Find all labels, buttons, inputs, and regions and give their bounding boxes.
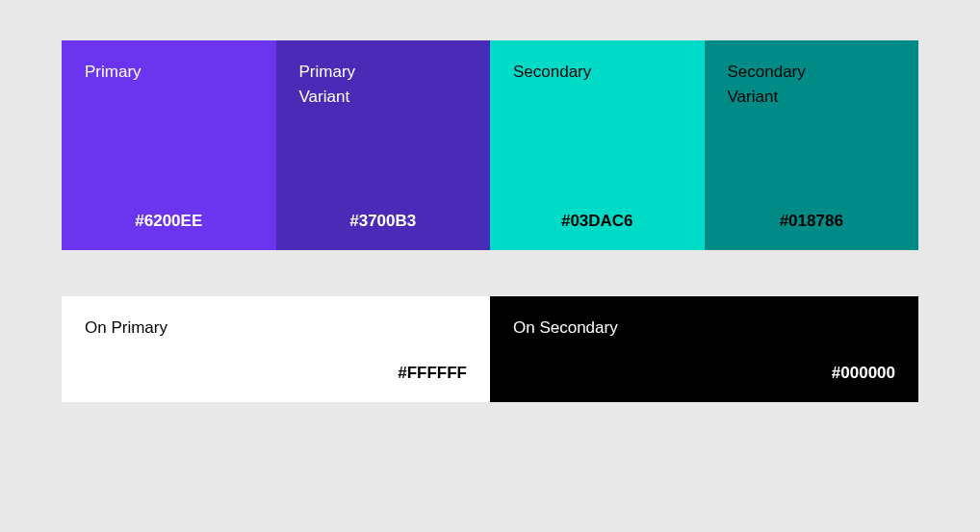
color-palette: Primary #6200EE Primary Variant #3700B3 … (62, 40, 918, 402)
swatch-primary: Primary #6200EE (62, 40, 276, 250)
palette-row-on-colors: On Primary #FFFFFF On Secondary #000000 (62, 296, 918, 402)
swatch-secondary: Secondary #03DAC6 (490, 40, 705, 250)
swatch-label: Primary (85, 60, 253, 85)
swatch-label: Primary Variant (299, 60, 468, 109)
swatch-hex: #03DAC6 (513, 212, 682, 231)
swatch-hex: #3700B3 (299, 212, 468, 231)
swatch-hex: #6200EE (85, 212, 253, 231)
swatch-label: On Secondary (513, 316, 895, 341)
swatch-label: On Primary (85, 316, 467, 341)
swatch-label: Secondary (513, 60, 682, 85)
swatch-primary-variant: Primary Variant #3700B3 (276, 40, 491, 250)
swatch-hex: #000000 (832, 364, 895, 383)
swatch-on-secondary: On Secondary #000000 (490, 296, 918, 402)
swatch-label: Secondary Variant (728, 60, 896, 109)
swatch-hex: #018786 (728, 212, 896, 231)
swatch-hex: #FFFFFF (398, 364, 467, 383)
swatch-on-primary: On Primary #FFFFFF (62, 296, 490, 402)
swatch-secondary-variant: Secondary Variant #018786 (705, 40, 919, 250)
palette-row-primary-secondary: Primary #6200EE Primary Variant #3700B3 … (62, 40, 918, 250)
